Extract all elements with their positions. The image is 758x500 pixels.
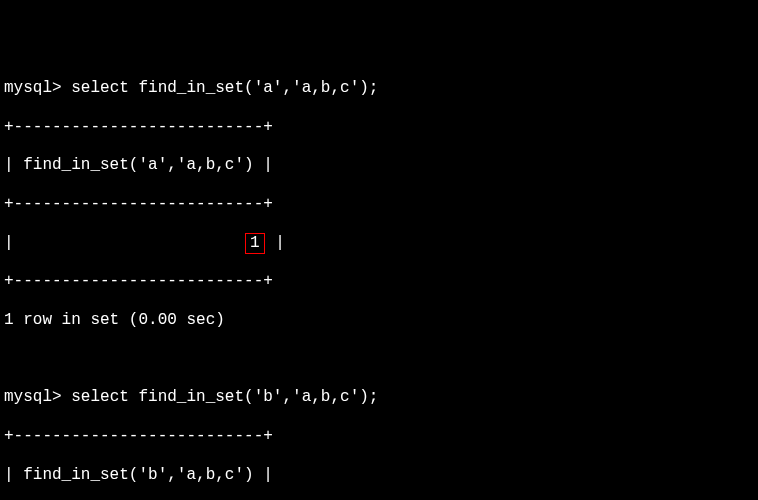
command-text: select find_in_set('b','a,b,c');	[71, 388, 378, 407]
query-1-divider-bot: +--------------------------+	[4, 272, 754, 292]
command-text: select find_in_set('a','a,b,c');	[71, 79, 378, 98]
result-suffix: |	[266, 234, 285, 253]
query-1-divider-mid: +--------------------------+	[4, 195, 754, 215]
query-1-command: mysql> select find_in_set('a','a,b,c');	[4, 79, 754, 99]
query-2-command: mysql> select find_in_set('b','a,b,c');	[4, 388, 754, 408]
query-2-header: | find_in_set('b','a,b,c') |	[4, 466, 754, 486]
result-value-highlight: 1	[245, 233, 265, 254]
query-1-header: | find_in_set('a','a,b,c') |	[4, 156, 754, 176]
prompt: mysql>	[4, 79, 62, 98]
result-prefix: |	[4, 234, 244, 253]
blank-line	[4, 350, 754, 370]
prompt: mysql>	[4, 388, 62, 407]
query-1-footer: 1 row in set (0.00 sec)	[4, 311, 754, 331]
query-1-divider-top: +--------------------------+	[4, 117, 754, 137]
query-1-result-row: | 1 |	[4, 234, 754, 254]
query-2-divider-top: +--------------------------+	[4, 427, 754, 447]
